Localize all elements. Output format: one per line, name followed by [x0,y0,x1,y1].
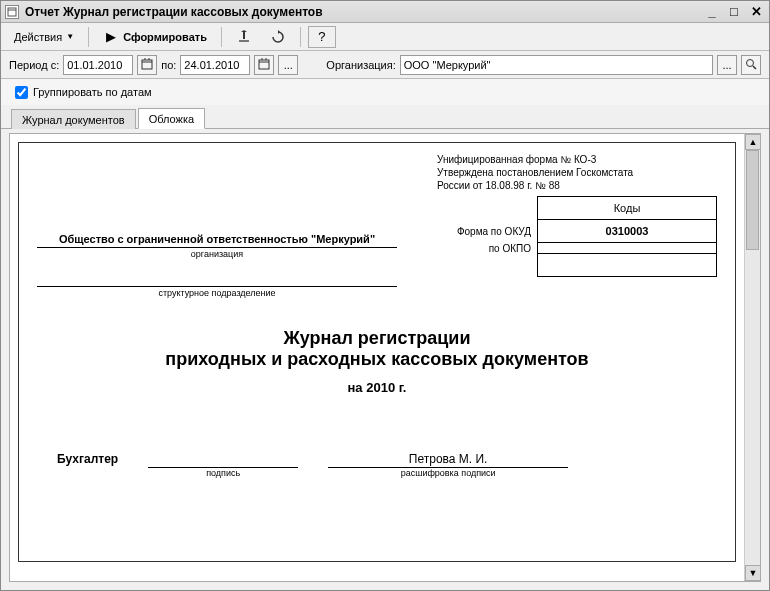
date-from-picker[interactable] [137,55,157,75]
toolbar: Действия ▼ ▶ Сформировать ? [1,23,769,51]
signer-name: Петрова М. И. [328,450,568,468]
tab-cover[interactable]: Обложка [138,108,205,129]
svg-rect-0 [8,8,16,16]
help-button[interactable]: ? [308,26,336,48]
title-line-1: Журнал регистрации [37,328,717,349]
close-button[interactable]: ✕ [747,4,765,20]
refresh-icon [270,29,286,45]
okpo-value [537,243,717,254]
scroll-down-button[interactable]: ▼ [745,565,761,581]
svg-rect-3 [239,40,249,42]
okud-label: Форма по ОКУД [437,220,537,243]
actions-label: Действия [14,31,62,43]
extra-code-cell [537,254,717,277]
app-icon [5,5,19,19]
titlebar: Отчет Журнал регистрации кассовых докуме… [1,1,769,23]
subdivision-caption: структурное подразделение [37,287,397,298]
codes-header: Коды [537,196,717,220]
document-viewport: Общество с ограниченной ответственностью… [9,133,761,582]
svg-line-13 [753,66,756,69]
cover-page: Общество с ограниченной ответственностью… [18,142,736,562]
org-block: Общество с ограниченной ответственностью… [37,153,397,298]
svg-rect-4 [142,60,152,69]
maximize-button[interactable]: □ [725,4,743,20]
org-name: Общество с ограниченной ответственностью… [37,233,397,248]
search-icon [745,58,757,72]
date-from-input[interactable] [63,55,133,75]
title-line-2: приходных и расходных кассовых документо… [37,349,717,370]
tab-label: Обложка [149,113,194,125]
toolbar-separator [300,27,301,47]
form-header: Общество с ограниченной ответственностью… [37,153,717,298]
toolbar-separator [221,27,222,47]
okud-value: 0310003 [537,220,717,243]
settings-button[interactable] [229,26,259,48]
scroll-up-button[interactable]: ▲ [745,134,761,150]
approval-line: России от 18.08.98 г. № 88 [437,179,717,192]
help-icon: ? [314,29,330,45]
date-to-input[interactable] [180,55,250,75]
svg-point-12 [747,59,754,66]
calendar-icon [141,58,153,72]
svg-rect-2 [243,31,245,39]
content-area: Общество с ограниченной ответственностью… [1,129,769,590]
signature-caption: подпись [148,468,298,478]
filter-bar: Период с: по: ... Организация: ... [1,51,769,79]
approval-text: Унифицированная форма № КО-3 Утверждена … [437,153,717,192]
actions-menu[interactable]: Действия ▼ [7,26,81,48]
options-row: Группировать по датам [1,79,769,105]
refresh-button[interactable] [263,26,293,48]
scroll-thumb[interactable] [746,150,759,250]
org-search-button[interactable] [741,55,761,75]
generate-label: Сформировать [123,31,207,43]
okpo-label: по ОКПО [437,243,537,254]
signer-role: Бухгалтер [57,452,118,478]
tab-journal[interactable]: Журнал документов [11,109,136,129]
approval-line: Утверждена постановлением Госкомстата [437,166,717,179]
minimize-button[interactable]: _ [703,4,721,20]
chevron-down-icon: ▼ [66,32,74,41]
tab-label: Журнал документов [22,114,125,126]
org-input[interactable] [400,55,713,75]
group-by-dates-checkbox[interactable] [15,86,28,99]
vertical-scrollbar[interactable]: ▲ ▼ [744,134,760,581]
period-label: на 2010 г. [37,380,717,395]
org-label: Организация: [326,59,395,71]
org-select-button[interactable]: ... [717,55,737,75]
name-caption: расшифровка подписи [328,468,568,478]
name-field: Петрова М. И. расшифровка подписи [328,450,568,478]
signature-row: Бухгалтер подпись Петрова М. И. расшифро… [37,450,717,478]
period-from-label: Период с: [9,59,59,71]
window-title: Отчет Журнал регистрации кассовых докуме… [25,5,323,19]
tabs-row: Журнал документов Обложка [1,105,769,129]
org-caption: организация [37,248,397,259]
svg-rect-8 [259,60,269,69]
period-select-button[interactable]: ... [278,55,298,75]
document-title: Журнал регистрации приходных и расходных… [37,328,717,395]
signature-line [148,450,298,468]
signature-field: подпись [148,450,298,478]
calendar-icon [258,58,270,72]
approval-line: Унифицированная форма № КО-3 [437,153,717,166]
group-by-dates-label: Группировать по датам [33,86,152,98]
period-to-label: по: [161,59,176,71]
play-icon: ▶ [103,29,119,45]
report-window: Отчет Журнал регистрации кассовых докуме… [0,0,770,591]
date-to-picker[interactable] [254,55,274,75]
toolbar-separator [88,27,89,47]
subdivision-line [37,273,397,287]
generate-button[interactable]: ▶ Сформировать [96,26,214,48]
settings-icon [236,29,252,45]
codes-block: Унифицированная форма № КО-3 Утверждена … [437,153,717,298]
